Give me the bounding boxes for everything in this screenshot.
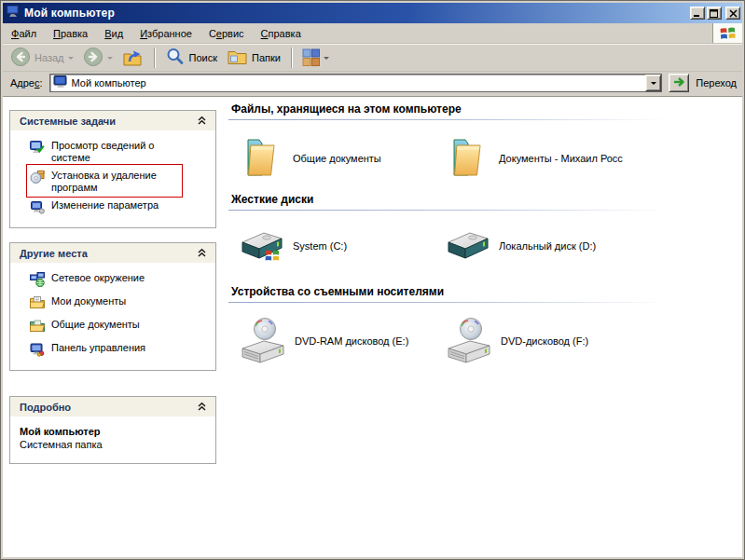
place-my-documents[interactable]: Мои документы [10,293,214,316]
go-arrow-icon [672,75,685,90]
toolbar-separator [154,48,155,68]
go-label[interactable]: Переход [696,77,737,89]
address-label: Адрес: [10,77,43,89]
address-value: Мой компьютер [72,77,642,89]
folder-icon [240,135,284,182]
file-item-user-documents[interactable]: Документы - Михаил Росс [446,131,652,185]
menu-view[interactable]: Вид [96,23,131,43]
explorer-window: Мой компьютер Файл Правка Вид Избранное … [0,0,745,560]
toolbar-separator [291,48,292,68]
section-divider [228,302,667,303]
folder-icon [446,135,490,182]
panel-system-tasks: Системные задачи Просмотр сведений о сис… [9,110,216,228]
back-dropdown-icon [68,57,74,62]
section-header: Жесткие диски [228,193,740,207]
dvd-drive-icon [240,316,286,366]
system-info-icon [30,140,45,157]
titlebar[interactable]: Мой компьютер [3,3,742,23]
panel-other-places: Другие места Сетевое окружение Мои докум… [9,242,216,371]
menu-tools[interactable]: Сервис [200,23,253,43]
folder-up-icon [122,47,144,69]
views-dropdown-icon [324,57,329,62]
drive-item-f[interactable]: DVD-дисковод (F:) [446,314,652,368]
address-input[interactable]: Мой компьютер [49,74,663,92]
window-title: Мой компьютер [24,7,686,20]
section-hard-disks: Жесткие диски System (C:) Локальный диск… [228,193,740,270]
forward-dropdown-icon [107,57,113,62]
my-computer-icon [53,75,68,91]
section-files: Файлы, хранящиеся на этом компьютере Общ… [228,102,740,185]
control-panel-icon [30,342,45,360]
place-control-panel[interactable]: Панель управления [10,339,214,362]
panel-details: Подробно Мой компьютер Системная папка [9,396,216,464]
search-button[interactable]: Поиск [161,45,221,71]
addressbar: Адрес: Мой компьютер Переход [3,72,742,96]
change-setting-icon [30,199,45,217]
search-icon [165,47,186,69]
task-change-setting[interactable]: Изменение параметра [10,197,214,220]
drive-item-d[interactable]: Локальный диск (D:) [446,222,652,270]
file-item-shared-documents[interactable]: Общие документы [240,131,446,185]
section-divider [228,119,667,120]
folders-button[interactable]: Папки [223,45,284,71]
file-view: Файлы, хранящиеся на этом компьютере Общ… [228,97,740,368]
section-header: Файлы, хранящиеся на этом компьютере [228,102,740,116]
folders-icon [227,47,248,69]
minimize-button[interactable] [690,7,705,20]
section-divider [228,210,667,211]
menu-edit[interactable]: Правка [45,23,96,43]
panel-other-places-header[interactable]: Другие места [10,243,215,263]
address-dropdown-button[interactable] [645,75,661,91]
toolbar: Назад Поиск Папки [3,44,742,72]
drive-item-c[interactable]: System (C:) [240,222,446,270]
forward-icon [83,47,103,69]
go-button[interactable] [669,74,689,92]
place-network[interactable]: Сетевое окружение [10,269,214,293]
my-computer-icon [6,4,21,22]
shared-documents-icon [30,319,45,336]
details-item-name: Мой компьютер [20,425,206,438]
task-add-remove-programs[interactable]: Установка и удаление программ [10,167,214,197]
dvd-drive-icon [446,316,492,366]
menu-file[interactable]: Файл [3,23,45,43]
content-area: Системные задачи Просмотр сведений о сис… [3,96,742,557]
views-icon [302,48,320,68]
forward-button[interactable] [79,45,117,71]
place-shared-documents[interactable]: Общие документы [10,316,214,339]
section-header: Устройства со съемными носителями [228,285,740,299]
hard-disk-windows-icon [240,225,284,267]
back-icon [10,47,31,69]
my-documents-icon [30,295,45,313]
details-item-type: Системная папка [20,438,206,451]
back-button[interactable]: Назад [7,45,77,71]
network-places-icon [30,272,45,290]
windows-logo-icon [712,23,742,43]
views-button[interactable] [298,47,333,70]
menubar: Файл Правка Вид Избранное Сервис Справка [3,23,742,44]
up-button[interactable] [118,45,147,71]
chevron-up-icon[interactable] [196,115,208,128]
add-remove-programs-icon [30,170,45,187]
menu-favorites[interactable]: Избранное [131,23,200,43]
drive-item-e[interactable]: DVD-RAM дисковод (E:) [240,314,446,368]
close-button[interactable] [725,7,740,20]
panel-details-header[interactable]: Подробно [10,397,215,417]
section-removable-devices: Устройства со съемными носителями DVD-RA… [228,285,740,368]
task-view-system-info[interactable]: Просмотр сведений о системе [10,137,214,167]
panel-system-tasks-header[interactable]: Системные задачи [10,111,215,130]
chevron-up-icon[interactable] [196,247,208,260]
maximize-button[interactable] [707,7,722,20]
hard-disk-icon [446,225,490,267]
chevron-up-icon[interactable] [196,401,208,414]
sidebar: Системные задачи Просмотр сведений о сис… [9,110,216,464]
menu-help[interactable]: Справка [253,23,310,43]
